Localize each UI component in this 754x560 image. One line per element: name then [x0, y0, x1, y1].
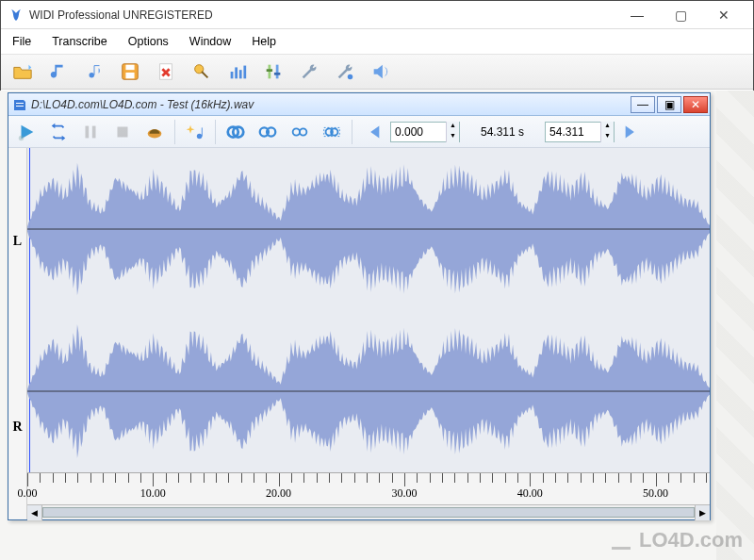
play-wave-button[interactable]: [44, 58, 73, 85]
goto-start-button[interactable]: [358, 119, 386, 145]
ruler-label: 40.00: [517, 486, 543, 501]
zoom-both-button[interactable]: [221, 119, 250, 145]
play-button[interactable]: [12, 119, 41, 145]
goto-end-button[interactable]: [618, 119, 647, 145]
play-midi-button[interactable]: [80, 58, 108, 85]
svg-rect-17: [92, 125, 96, 138]
doc-titlebar[interactable]: D:\LO4D.com\LO4D.com - Test (16kHz).wav …: [8, 93, 710, 116]
stop-button[interactable]: [108, 119, 137, 145]
zoom-v-icon: [257, 122, 278, 142]
end-position-field[interactable]: [546, 124, 600, 140]
delete-button[interactable]: [152, 58, 180, 85]
doc-close-button[interactable]: ✕: [683, 96, 708, 113]
start-position-input[interactable]: ▲▼: [390, 122, 460, 142]
folder-open-icon: [12, 61, 33, 82]
svg-rect-3: [125, 73, 134, 78]
menu-window[interactable]: Window: [189, 35, 231, 48]
download-icon: [609, 528, 633, 552]
start-pos-up[interactable]: ▲: [447, 122, 459, 132]
music-note-icon: [48, 61, 69, 82]
end-pos-up[interactable]: ▲: [601, 122, 614, 132]
open-file-button[interactable]: [8, 58, 37, 85]
svg-rect-7: [235, 67, 238, 78]
app-minimize-button[interactable]: —: [615, 1, 659, 29]
doc-maximize-button[interactable]: ▣: [657, 96, 681, 113]
channel-label-left: L: [8, 148, 26, 334]
app-close-button[interactable]: ✕: [702, 1, 746, 29]
zoom-h-icon: [289, 122, 310, 142]
sliders-icon: [263, 61, 284, 82]
ruler-label: 20.00: [266, 486, 291, 501]
pause-button[interactable]: [76, 119, 105, 145]
waveform-display[interactable]: [27, 148, 710, 472]
app-title: WIDI Professional UNREGISTERED: [29, 8, 213, 22]
svg-point-14: [348, 74, 353, 80]
wave-document-window: D:\LO4D.com\LO4D.com - Test (16kHz).wav …: [8, 92, 711, 520]
doc-title-text: D:\LO4D.com\LO4D.com - Test (16kHz).wav: [31, 98, 631, 111]
pushpin-icon: [191, 61, 212, 82]
pin-button[interactable]: [188, 58, 216, 85]
svg-point-26: [300, 128, 306, 135]
duration-label: 54.311 s: [481, 125, 524, 139]
skip-right-icon: [622, 122, 643, 142]
doc-toolbar: ▲▼ 54.311 s ▲▼: [8, 116, 710, 148]
menu-file[interactable]: File: [12, 35, 31, 48]
start-pos-down[interactable]: ▼: [447, 132, 459, 142]
menu-transcribe[interactable]: Transcribe: [52, 35, 107, 48]
zoom-v-button[interactable]: [254, 119, 282, 145]
zoom-sel-button[interactable]: [318, 119, 346, 145]
bars-icon: [227, 61, 248, 82]
scroll-right-button[interactable]: ▶: [695, 505, 710, 520]
tuner-button[interactable]: [259, 58, 287, 85]
scroll-left-button[interactable]: ◀: [27, 505, 42, 520]
time-ruler[interactable]: 0.0010.0020.0030.0040.0050.00: [27, 472, 710, 504]
zoom-both-icon: [225, 122, 246, 142]
svg-rect-11: [276, 65, 279, 79]
wrench-icon: [299, 61, 320, 82]
app-titlebar: WIDI Professional UNREGISTERED — ▢ ✕: [1, 1, 753, 29]
menu-bar: File Transcribe Options Window Help: [1, 29, 753, 54]
svg-rect-13: [274, 73, 280, 75]
loop-button[interactable]: [44, 119, 73, 145]
sparkle-note-icon: [185, 122, 205, 142]
svg-rect-8: [239, 70, 242, 78]
svg-point-25: [293, 128, 300, 135]
doc-minimize-button[interactable]: —: [631, 96, 655, 113]
delete-file-icon: [156, 61, 176, 82]
svg-rect-16: [86, 125, 90, 138]
pause-icon: [80, 122, 101, 142]
mdi-workspace: D:\LO4D.com\LO4D.com - Test (16kHz).wav …: [0, 91, 754, 560]
save-button[interactable]: [116, 58, 144, 85]
speaker-button[interactable]: [367, 58, 395, 85]
site-watermark: LO4D.com: [609, 528, 743, 552]
app-icon: [8, 8, 24, 23]
tool-button-1[interactable]: [295, 58, 323, 85]
skip-left-icon: [362, 122, 383, 142]
svg-point-15: [19, 135, 25, 140]
right-channel-track[interactable]: [27, 310, 710, 472]
menu-options[interactable]: Options: [128, 35, 169, 48]
zoom-sel-icon: [321, 122, 342, 142]
left-channel-track[interactable]: [27, 148, 710, 310]
tool-button-2[interactable]: [331, 58, 359, 85]
end-pos-down[interactable]: ▼: [601, 132, 614, 142]
ruler-label: 10.00: [140, 486, 166, 501]
ruler-label: 50.00: [643, 486, 668, 501]
ruler-label: 0.00: [18, 486, 38, 501]
floppy-icon: [120, 61, 140, 82]
equalizer-button[interactable]: [223, 58, 252, 85]
menu-help[interactable]: Help: [252, 35, 276, 48]
start-position-field[interactable]: [391, 124, 446, 140]
svg-rect-12: [267, 69, 272, 72]
app-maximize-button[interactable]: ▢: [659, 1, 702, 29]
transcribe-button[interactable]: [181, 119, 209, 145]
turtle-button[interactable]: [140, 119, 169, 145]
end-position-input[interactable]: ▲▼: [545, 122, 615, 142]
horizontal-scrollbar[interactable]: ◀ ▶: [27, 504, 710, 519]
zoom-h-button[interactable]: [286, 119, 314, 145]
wrench-note-icon: [335, 61, 355, 82]
channel-labels: L R: [8, 148, 27, 519]
stop-icon: [112, 122, 133, 142]
scrollbar-thumb[interactable]: [42, 507, 695, 518]
play-icon: [16, 122, 37, 142]
